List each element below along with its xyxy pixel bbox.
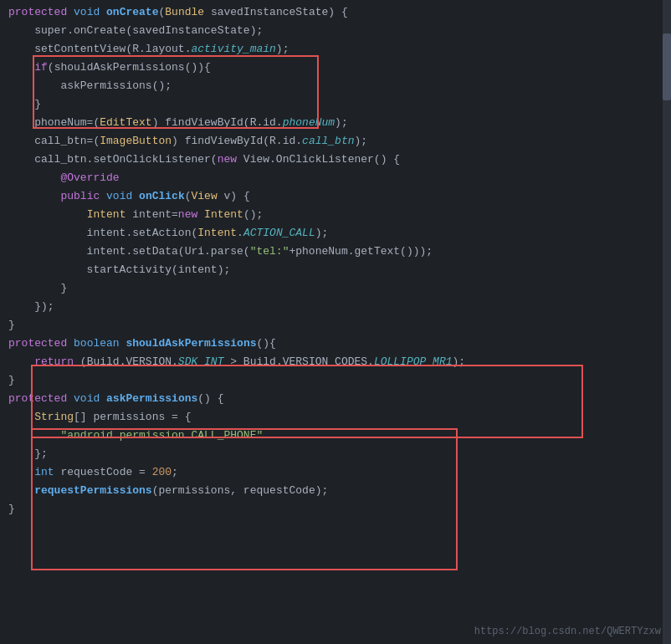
- code-line: phoneNum=(EditText) findViewById(R.id.ph…: [5, 114, 671, 132]
- code-line: protected void askPermissions() {: [5, 390, 671, 408]
- code-line: }: [5, 316, 671, 335]
- code-line: super.onCreate(savedInstanceState);: [5, 22, 671, 40]
- code-line: startActivity(intent);: [5, 261, 671, 279]
- code-line: }: [5, 279, 671, 298]
- code-editor: protected void onCreate(Bundle savedInst…: [0, 0, 671, 644]
- code-line: askPermissions();: [5, 77, 671, 95]
- code-line: call_btn=(ImageButton) findViewById(R.id…: [5, 132, 671, 151]
- code-line: "android.permission.CALL_PHONE": [5, 427, 671, 445]
- code-line: @Override: [5, 169, 671, 187]
- code-line: if(shouldAskPermissions()){: [5, 59, 671, 77]
- scrollbar-thumb[interactable]: [663, 33, 671, 100]
- code-line: public void onClick(View v) {: [5, 187, 671, 206]
- code-line: }: [5, 500, 671, 519]
- code-line: requestPermissions(permissions, requestC…: [5, 482, 671, 500]
- code-line: String[] permissions = {: [5, 408, 671, 427]
- code-line: }: [5, 371, 671, 390]
- code-line: protected boolean shouldAskPermissions()…: [5, 335, 671, 353]
- code-line: intent.setData(Uri.parse("tel:"+phoneNum…: [5, 243, 671, 261]
- code-line: setContentView(R.layout.activity_main);: [5, 40, 671, 59]
- code-line: }: [5, 95, 671, 114]
- code-line: intent.setAction(Intent.ACTION_CALL);: [5, 224, 671, 243]
- code-line: };: [5, 445, 671, 463]
- scrollbar[interactable]: [663, 0, 671, 644]
- code-line: int requestCode = 200;: [5, 463, 671, 482]
- code-line: return (Build.VERSION.SDK_INT > Build.VE…: [5, 353, 671, 371]
- code-line: call_btn.setOnClickListener(new View.OnC…: [5, 151, 671, 169]
- code-line: });: [5, 298, 671, 316]
- url-watermark: https://blog.csdn.net/QWERTYzxw: [474, 626, 661, 637]
- code-line: Intent intent=new Intent();: [5, 206, 671, 224]
- code-line: protected void onCreate(Bundle savedInst…: [5, 3, 671, 22]
